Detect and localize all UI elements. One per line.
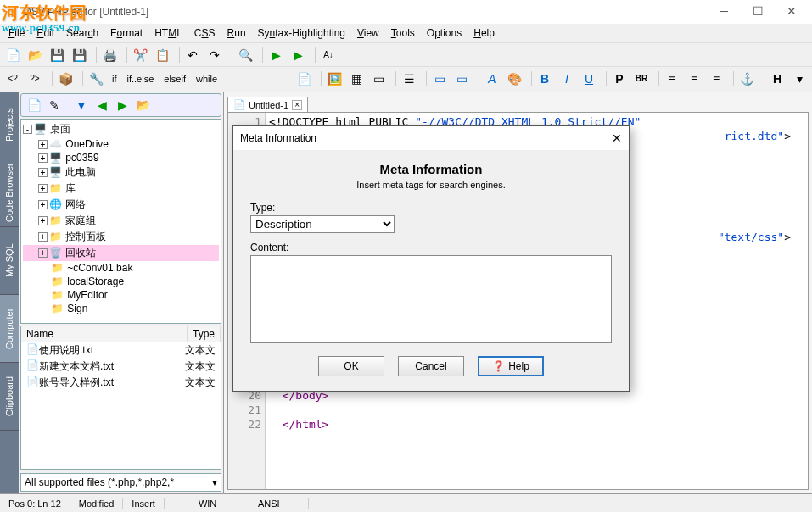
close-button[interactable]: ✕ [775,0,809,22]
tree-edit-icon[interactable]: ✎ [45,96,64,114]
tree-item[interactable]: 回收站 [65,247,96,259]
align-left-icon[interactable]: ≡ [663,70,681,88]
font-icon[interactable]: A [483,70,501,88]
snippet-elseif[interactable]: elseif [160,70,189,88]
save-all-icon[interactable]: 💾 [70,46,88,64]
minimize-button[interactable]: ─ [707,0,741,22]
file-filter[interactable]: All supported files (*.php,*.php2,* ▾ [20,473,221,492]
menu-tools[interactable]: Tools [386,25,420,41]
redo-icon[interactable]: ↷ [205,46,224,64]
menu-options[interactable]: Options [422,25,467,41]
menu-format[interactable]: Format [105,25,148,41]
menu-html[interactable]: HTML [149,25,188,41]
align-right-icon[interactable]: ≡ [707,70,725,88]
italic-icon[interactable]: I [557,70,576,88]
separator [78,71,83,86]
tree-item[interactable]: 库 [65,182,76,194]
snippet-icon[interactable]: 📦 [56,70,75,88]
snippet-if[interactable]: if [109,70,120,88]
help-button[interactable]: ❓Help [478,356,544,376]
cancel-button[interactable]: Cancel [398,356,464,376]
forward-icon[interactable]: ▶ [113,96,132,114]
menu-view[interactable]: View [352,25,384,41]
sidetab-clipboard[interactable]: Clipboard [0,363,19,431]
col-name[interactable]: Name [21,326,188,342]
tree-item[interactable]: Sign [67,303,87,314]
separator [729,71,734,86]
bold-icon[interactable]: B [535,70,554,88]
tree-item[interactable]: localStorage [67,275,124,287]
sidetab-projects[interactable]: Projects [0,92,19,159]
content-textarea[interactable] [250,255,612,343]
menu-run[interactable]: Run [222,25,251,41]
save-icon[interactable]: 💾 [48,46,66,64]
menu-help[interactable]: Help [468,25,500,41]
align-center-icon[interactable]: ≡ [685,70,703,88]
html-new-icon[interactable]: 📄 [294,70,313,88]
copy-icon[interactable]: 📋 [153,46,171,64]
maximize-button[interactable]: ☐ [741,0,775,22]
open-icon[interactable]: 📂 [25,46,44,64]
span-icon[interactable]: ▭ [452,70,471,88]
dialog-title: Meta Information [240,132,316,144]
tidy-icon[interactable]: A↓ [319,46,338,64]
tree-item[interactable]: 家庭组 [65,214,96,226]
tree-item[interactable]: 控制面板 [65,231,106,242]
separator [422,71,427,86]
dialog-close-icon[interactable]: ✕ [612,131,622,145]
tree-item[interactable]: ~cConv01.bak [67,262,132,274]
var-icon[interactable]: 🔧 [87,70,105,88]
php-tag2-icon[interactable]: ?> [25,70,44,88]
file-row[interactable]: 📄 使用说明.txt文本文 [21,342,221,359]
file-row[interactable]: 📄 账号导入样例.txt文本文 [21,375,221,391]
ok-button[interactable]: OK [318,356,384,376]
tree-item[interactable]: OneDrive [65,138,109,150]
separator [391,71,396,86]
heading-icon[interactable]: H [768,70,787,88]
filter-icon[interactable]: ▼ [72,96,91,114]
tree-item[interactable]: 此电脑 [65,166,96,178]
list-icon[interactable]: ☰ [400,70,418,88]
tree-item[interactable]: MyEditor [67,289,107,301]
more-icon[interactable]: ▾ [790,70,809,88]
run-icon[interactable]: ▶ [266,46,285,64]
snippet-ifelse[interactable]: if..else [124,70,158,88]
tree-root[interactable]: 桌面 [50,123,70,135]
search-icon[interactable]: 🔍 [236,46,255,64]
watermark-cn: 河东软件园 [2,3,87,22]
print-icon[interactable]: 🖨️ [100,46,119,64]
tab-close-icon[interactable]: × [292,100,302,110]
snippet-while[interactable]: while [193,70,221,88]
sidetab-computer[interactable]: Computer [0,295,19,363]
image-icon[interactable]: 🖼️ [325,70,344,88]
side-tabs: Projects Code Browser My SQL Computer Cl… [0,92,19,493]
php-tag-icon[interactable]: <? [3,70,22,88]
tree-item[interactable]: pc0359 [65,152,98,164]
sidetab-mysql[interactable]: My SQL [0,227,19,295]
menu-syntax[interactable]: Syntax-Highlighting [253,25,350,41]
new-file-icon[interactable]: 📄 [3,46,22,64]
folder-tree[interactable]: - 桌面 + OneDrive + pc0359 + 此电脑 + 库 + 网络 … [20,119,221,324]
col-type[interactable]: Type [188,326,221,342]
type-select[interactable]: Description [250,215,395,233]
sidetab-code-browser[interactable]: Code Browser [0,159,19,227]
debug-icon[interactable]: ▶ [288,46,307,64]
table-icon[interactable]: ▦ [347,70,366,88]
cut-icon[interactable]: ✂️ [131,46,149,64]
form-icon[interactable]: ▭ [369,70,388,88]
back-icon[interactable]: ◀ [92,96,111,114]
menu-css[interactable]: CSS [189,25,221,41]
div-icon[interactable]: ▭ [430,70,449,88]
p-icon[interactable]: P [610,70,629,88]
color-icon[interactable]: 🎨 [505,70,524,88]
undo-icon[interactable]: ↶ [183,46,202,64]
up-icon[interactable]: 📂 [133,96,152,114]
file-row[interactable]: 📄 新建文本文档.txt文本文 [21,359,221,375]
br-icon[interactable]: BR [632,70,651,88]
tree-item[interactable]: 网络 [65,198,86,210]
tree-new-icon[interactable]: 📄 [25,96,43,114]
content-label: Content: [250,242,612,253]
editor-tab[interactable]: 📄 Untitled-1 × [227,97,308,112]
underline-icon[interactable]: U [580,70,598,88]
anchor-icon[interactable]: ⚓ [737,70,756,88]
